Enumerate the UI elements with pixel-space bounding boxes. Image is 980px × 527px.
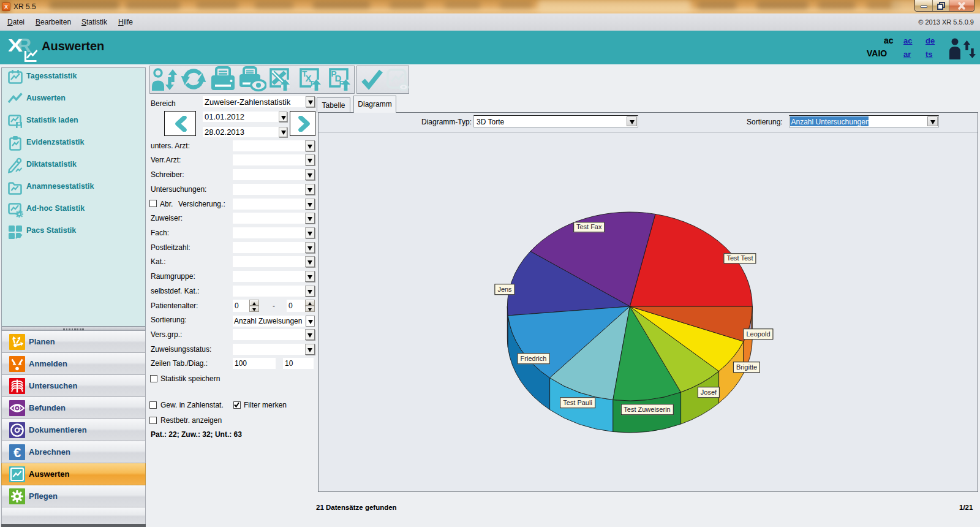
svg-text:X: X: [9, 36, 23, 55]
svg-text:F: F: [339, 79, 344, 88]
svg-text:T: T: [309, 79, 315, 88]
svg-text:€: €: [13, 445, 21, 460]
